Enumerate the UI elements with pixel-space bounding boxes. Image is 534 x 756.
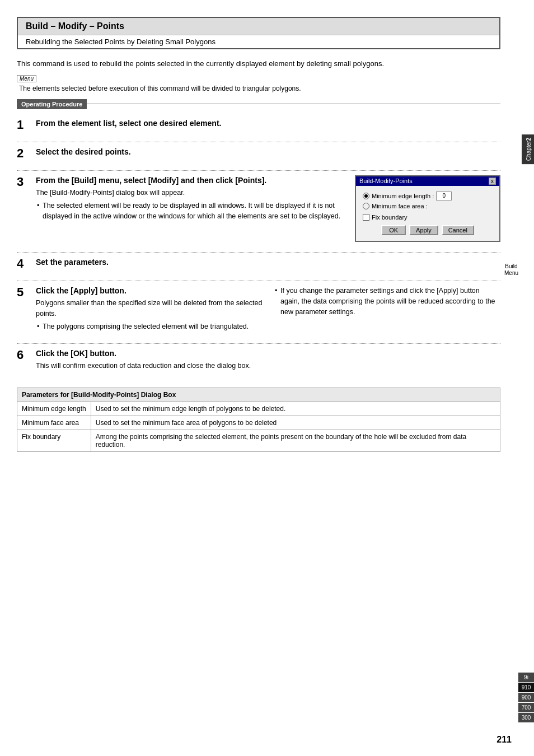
step-5-content: Click the [Apply] button. Polygons small… <box>36 286 500 333</box>
header-subtitle: Rebuilding the Selected Points by Deleti… <box>18 35 499 48</box>
step-1-content: From the element list, select one desire… <box>36 118 500 132</box>
version-tab-910[interactable]: 910 <box>518 683 534 692</box>
table-row: Fix boundary Among the points comprising… <box>17 430 500 452</box>
step-1-number: 1 <box>17 118 32 132</box>
table-cell-col1-1: Minimum face area <box>17 416 91 430</box>
dialog-input[interactable] <box>436 192 452 200</box>
params-table-header: Parameters for [Build-Modify-Points] Dia… <box>17 388 500 402</box>
step-6-body: This will confirm execution of data redu… <box>36 361 500 371</box>
op-label: Operating Procedure <box>17 99 87 109</box>
step-5-body: Polygons smaller than the specified size… <box>36 298 263 319</box>
dialog-close-button[interactable]: x <box>489 178 496 185</box>
dialog-radio1-label: Minimum edge length : <box>372 193 434 199</box>
table-cell-col2-0: Used to set the minimum edge length of p… <box>91 402 500 416</box>
operating-procedure: Operating Procedure <box>17 99 500 109</box>
step-4-content: Set the parameters. <box>36 257 500 270</box>
step-1-title: From the element list, select one desire… <box>36 118 500 128</box>
dialog-checkbox-row: Fix boundary <box>363 214 493 221</box>
dialog-buttons: OK Apply Cancel <box>363 225 493 235</box>
sep-5 <box>17 343 500 344</box>
version-tab-900[interactable]: 900 <box>518 693 534 702</box>
dialog-titlebar: Build-Modify-Points x <box>356 176 499 186</box>
menu-badge: Menu <box>17 74 500 85</box>
dialog-ok-button[interactable]: OK <box>381 225 406 235</box>
step-2: 2 Select the desired points. <box>17 147 500 166</box>
version-tab-700[interactable]: 700 <box>518 703 534 712</box>
intro-text: This command is used to rebuild the poin… <box>17 58 500 69</box>
step-5-layout: Click the [Apply] button. Polygons small… <box>36 286 500 333</box>
page-wrapper: Build – Modify – Points Rebuilding the S… <box>0 0 534 756</box>
table-row: Minimum edge length Used to set the mini… <box>17 402 500 416</box>
step-2-title: Select the desired points. <box>36 147 500 157</box>
sep-1 <box>17 142 500 142</box>
table-cell-col1-0: Minimum edge length <box>17 402 91 416</box>
radio-min-edge[interactable] <box>363 193 369 199</box>
version-tab-9i[interactable]: 9i <box>518 673 534 682</box>
step-2-content: Select the desired points. <box>36 147 500 160</box>
step-2-number: 2 <box>17 147 32 160</box>
dialog-apply-button[interactable]: Apply <box>409 225 438 235</box>
dialog-title: Build-Modify-Points <box>359 178 413 184</box>
step-5: 5 Click the [Apply] button. Polygons sma… <box>17 286 500 338</box>
step-5-left: Click the [Apply] button. Polygons small… <box>36 286 263 333</box>
step-6-title: Click the [OK] button. <box>36 348 500 358</box>
chapter-2-tab: Chapter2 <box>522 134 534 164</box>
step-5-bullet-0: The polygons comprising the selected ele… <box>36 321 263 332</box>
table-cell-col2-1: Used to set the minimum face area of pol… <box>91 416 500 430</box>
menu-note: The elements selected before execution o… <box>19 85 500 92</box>
dialog-radio-row-2: Minimum face area : <box>363 203 493 209</box>
sep-2 <box>17 170 500 171</box>
step-5-title: Click the [Apply] button. <box>36 286 263 296</box>
step-6-number: 6 <box>17 348 32 374</box>
step-5-number: 5 <box>17 286 32 333</box>
step-4: 4 Set the parameters. <box>17 257 500 276</box>
build-menu-label: Build Menu <box>504 263 518 277</box>
dialog-checkbox[interactable] <box>363 214 369 221</box>
step-5-right-bullet-0: If you change the parameter settings and… <box>274 286 500 317</box>
step-3-title: From the [Build] menu, select [Modify] a… <box>36 175 346 185</box>
op-line <box>87 104 500 104</box>
dialog-body: Minimum edge length : Minimum face area … <box>356 186 499 241</box>
radio-min-face[interactable] <box>363 203 369 209</box>
dialog-radio-row-1: Minimum edge length : <box>363 192 493 200</box>
header-title: Build – Modify – Points <box>18 18 499 35</box>
step-6-content: Click the [OK] button. This will confirm… <box>36 348 500 374</box>
sep-3 <box>17 252 500 253</box>
header-box: Build – Modify – Points Rebuilding the S… <box>17 17 500 49</box>
main-content: Build – Modify – Points Rebuilding the S… <box>17 11 500 452</box>
dialog-radio2-label: Minimum face area : <box>372 203 428 209</box>
sep-4 <box>17 281 500 281</box>
dialog-checkbox-label: Fix boundary <box>372 214 407 221</box>
step-3-number: 3 <box>17 175 32 242</box>
step-5-right: If you change the parameter settings and… <box>274 286 500 333</box>
step-4-title: Set the parameters. <box>36 257 500 267</box>
params-table: Parameters for [Build-Modify-Points] Dia… <box>17 388 500 452</box>
table-cell-col2-2: Among the points comprising the selected… <box>91 430 500 452</box>
version-tabs: 9i 910 900 700 300 <box>518 673 534 722</box>
step-4-number: 4 <box>17 257 32 270</box>
step-3: 3 From the [Build] menu, select [Modify]… <box>17 175 500 248</box>
version-tab-300[interactable]: 300 <box>518 713 534 722</box>
step-3-content: From the [Build] menu, select [Modify] a… <box>36 175 500 242</box>
dialog-cancel-button[interactable]: Cancel <box>442 225 474 235</box>
step-3-body: The [Build-Modify-Points] dialog box wil… <box>36 188 346 198</box>
step-6: 6 Click the [OK] button. This will confi… <box>17 348 500 379</box>
step-3-left: From the [Build] menu, select [Modify] a… <box>36 175 346 242</box>
step-3-right: Build-Modify-Points x Minimum edge lengt… <box>355 175 500 242</box>
page-number: 211 <box>496 735 512 745</box>
table-cell-col1-2: Fix boundary <box>17 430 91 452</box>
dialog-box: Build-Modify-Points x Minimum edge lengt… <box>355 175 500 242</box>
table-row: Minimum face area Used to set the minimu… <box>17 416 500 430</box>
step-3-bullet-0: The selected element will be ready to be… <box>36 200 346 222</box>
step-1: 1 From the element list, select one desi… <box>17 118 500 137</box>
